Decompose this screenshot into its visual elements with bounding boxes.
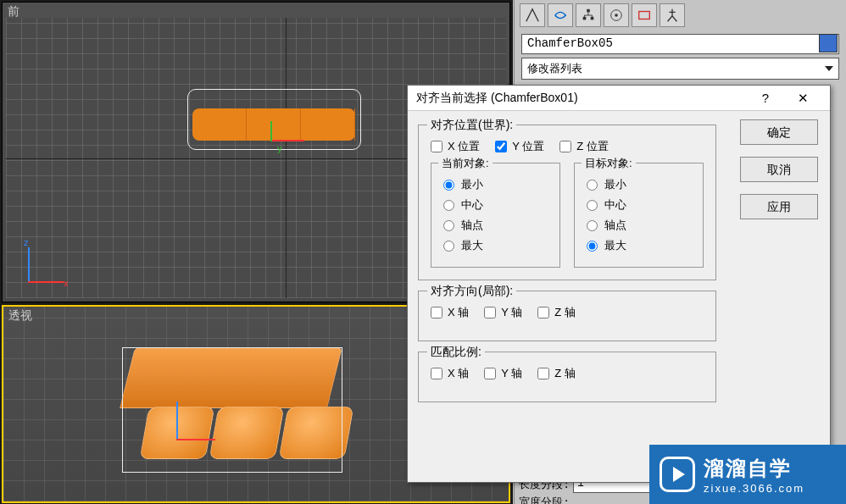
help-button[interactable]: ?	[747, 86, 784, 110]
panel-tabs	[515, 0, 846, 30]
chevron-down-icon	[825, 66, 833, 71]
object-name-field[interactable]: ChamferBox05	[521, 34, 839, 54]
target-max-radio[interactable]: 最大	[587, 238, 686, 253]
svg-rect-1	[583, 17, 587, 20]
dialog-titlebar[interactable]: 对齐当前选择 (ChamferBox01) ? ✕	[408, 86, 830, 111]
modifier-list-dropdown[interactable]: 修改器列表	[521, 58, 839, 80]
display-tab[interactable]	[632, 3, 657, 27]
svg-point-4	[615, 14, 618, 17]
bounding-box	[122, 347, 342, 473]
target-pivot-radio[interactable]: 轴点	[587, 218, 686, 233]
scale-y-checkbox[interactable]: Y 轴	[484, 366, 522, 381]
target-object-group: 目标对象: 最小 中心 轴点 最大	[574, 163, 704, 268]
create-tab[interactable]	[520, 3, 545, 27]
gizmo-y-label: y	[277, 143, 282, 153]
hierarchy-tab[interactable]	[576, 3, 601, 27]
close-button[interactable]: ✕	[784, 86, 821, 110]
modify-tab[interactable]	[548, 3, 573, 27]
current-object-group: 当前对象: 最小 中心 轴点 最大	[431, 163, 560, 268]
scale-z-checkbox[interactable]: Z 轴	[537, 366, 576, 381]
match-scale-group: 匹配比例: X 轴 Y 轴 Z 轴	[418, 352, 716, 402]
target-min-radio[interactable]: 最小	[587, 177, 686, 192]
align-dialog: 对齐当前选择 (ChamferBox01) ? ✕ 确定 取消 应用 对齐位置(…	[407, 85, 831, 483]
target-center-radio[interactable]: 中心	[587, 197, 686, 213]
watermark-brand: 溜溜自学	[704, 455, 804, 482]
current-pivot-radio[interactable]: 轴点	[443, 218, 543, 233]
svg-rect-2	[591, 17, 594, 20]
dialog-title: 对齐当前选择 (ChamferBox01)	[416, 91, 747, 106]
axis-tripod: z x	[21, 241, 72, 291]
z-axis-checkbox[interactable]: Z 轴	[537, 305, 576, 320]
watermark-url: zixue.3066.com	[704, 482, 804, 495]
object-color-swatch[interactable]	[819, 34, 838, 53]
transform-gizmo[interactable]	[176, 412, 227, 462]
align-orientation-group: 对齐方向(局部): X 轴 Y 轴 Z 轴	[418, 291, 716, 341]
play-icon	[660, 457, 695, 492]
current-object-legend: 当前对象:	[438, 156, 493, 171]
align-position-group: 对齐位置(世界): X 位置 Y 位置 Z 位置 当前对象: 最小 中心 轴点 …	[418, 125, 716, 280]
motion-tab[interactable]	[604, 3, 629, 27]
z-position-checkbox[interactable]: Z 位置	[559, 139, 609, 154]
axis-vertical	[286, 18, 287, 298]
align-position-legend: 对齐位置(世界):	[427, 118, 516, 133]
width-seg-label: 宽度分段:	[519, 495, 570, 504]
current-min-radio[interactable]: 最小	[443, 177, 543, 192]
ok-button[interactable]: 确定	[740, 119, 818, 145]
target-object-legend: 目标对象:	[582, 156, 636, 171]
watermark: 溜溜自学 zixue.3066.com	[649, 445, 846, 504]
sofa-seat-top	[192, 108, 355, 141]
x-position-checkbox[interactable]: X 位置	[431, 139, 480, 154]
modifier-list-label: 修改器列表	[527, 61, 582, 76]
y-axis-checkbox[interactable]: Y 轴	[484, 305, 522, 320]
apply-button[interactable]: 应用	[740, 194, 818, 219]
cancel-button[interactable]: 取消	[740, 157, 818, 182]
x-axis-checkbox[interactable]: X 轴	[431, 305, 469, 320]
svg-rect-0	[587, 9, 590, 13]
transform-gizmo[interactable]	[270, 140, 304, 141]
utilities-tab[interactable]	[660, 3, 685, 27]
current-max-radio[interactable]: 最大	[443, 238, 543, 253]
current-center-radio[interactable]: 中心	[443, 197, 543, 213]
match-scale-legend: 匹配比例:	[427, 345, 485, 360]
y-position-checkbox[interactable]: Y 位置	[495, 139, 544, 154]
svg-rect-5	[639, 12, 650, 19]
sofa-model[interactable]	[122, 347, 342, 474]
scale-x-checkbox[interactable]: X 轴	[431, 366, 469, 381]
align-orientation-legend: 对齐方向(局部):	[427, 284, 516, 299]
